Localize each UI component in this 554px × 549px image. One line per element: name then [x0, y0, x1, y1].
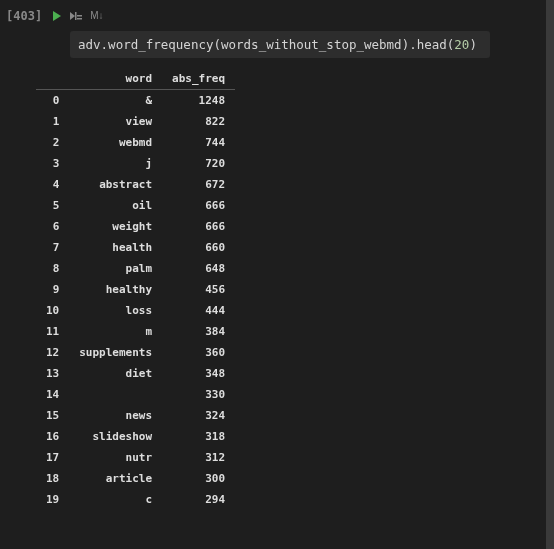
cell-prompt-row: [403] M↓ [0, 0, 546, 27]
row-index: 18 [36, 468, 69, 489]
row-word: oil [69, 195, 162, 216]
code-input[interactable]: adv.word_frequency(words_without_stop_we… [70, 31, 490, 58]
row-index: 1 [36, 111, 69, 132]
row-freq: 672 [162, 174, 235, 195]
row-word: palm [69, 258, 162, 279]
row-freq: 456 [162, 279, 235, 300]
row-freq: 294 [162, 489, 235, 510]
row-index: 17 [36, 447, 69, 468]
run-icon[interactable] [52, 6, 62, 25]
row-word [69, 384, 162, 405]
table-row: 4abstract672 [36, 174, 235, 195]
row-freq: 300 [162, 468, 235, 489]
table-row: 16slideshow318 [36, 426, 235, 447]
table-row: 1view822 [36, 111, 235, 132]
row-word: slideshow [69, 426, 162, 447]
row-index: 5 [36, 195, 69, 216]
row-word: diet [69, 363, 162, 384]
col-index [36, 68, 69, 90]
row-word: abstract [69, 174, 162, 195]
code-token-obj: adv [78, 37, 101, 52]
output-area: word abs_freq 0&12481view8222webmd7443j7… [0, 68, 546, 518]
row-word: webmd [69, 132, 162, 153]
row-freq: 1248 [162, 90, 235, 112]
markdown-toggle-icon[interactable]: M↓ [90, 10, 103, 21]
row-index: 14 [36, 384, 69, 405]
row-word: loss [69, 300, 162, 321]
table-row: 3j720 [36, 153, 235, 174]
row-word: nutr [69, 447, 162, 468]
col-word: word [69, 68, 162, 90]
col-abs-freq: abs_freq [162, 68, 235, 90]
row-freq: 318 [162, 426, 235, 447]
table-row: 12supplements360 [36, 342, 235, 363]
row-word: supplements [69, 342, 162, 363]
row-index: 0 [36, 90, 69, 112]
row-word: m [69, 321, 162, 342]
table-row: 0&1248 [36, 90, 235, 112]
row-word: health [69, 237, 162, 258]
row-index: 19 [36, 489, 69, 510]
run-line-icon[interactable] [70, 6, 82, 25]
row-index: 16 [36, 426, 69, 447]
row-index: 13 [36, 363, 69, 384]
table-header-row: word abs_freq [36, 68, 235, 90]
table-row: 9healthy456 [36, 279, 235, 300]
row-word: & [69, 90, 162, 112]
row-index: 4 [36, 174, 69, 195]
svg-rect-4 [77, 18, 82, 20]
code-token-paren: ( [213, 37, 221, 52]
cell-toolbar: M↓ [52, 6, 103, 25]
code-token-fn: head [417, 37, 447, 52]
row-freq: 822 [162, 111, 235, 132]
row-index: 12 [36, 342, 69, 363]
row-freq: 648 [162, 258, 235, 279]
row-index: 8 [36, 258, 69, 279]
row-index: 15 [36, 405, 69, 426]
table-row: 6weight666 [36, 216, 235, 237]
svg-rect-2 [75, 12, 77, 20]
code-token-num: 20 [454, 37, 469, 52]
row-word: c [69, 489, 162, 510]
row-freq: 312 [162, 447, 235, 468]
table-row: 11m384 [36, 321, 235, 342]
code-token-fn: word_frequency [108, 37, 213, 52]
code-token-arg: words_without_stop_webmd [221, 37, 402, 52]
table-row: 18article300 [36, 468, 235, 489]
row-index: 7 [36, 237, 69, 258]
code-token-dot: . [409, 37, 417, 52]
table-row: 10loss444 [36, 300, 235, 321]
dataframe-table: word abs_freq 0&12481view8222webmd7443j7… [36, 68, 235, 510]
row-freq: 360 [162, 342, 235, 363]
svg-marker-0 [53, 11, 61, 21]
row-freq: 330 [162, 384, 235, 405]
row-index: 11 [36, 321, 69, 342]
table-row: 13diet348 [36, 363, 235, 384]
row-freq: 666 [162, 195, 235, 216]
table-row: 5oil666 [36, 195, 235, 216]
row-freq: 660 [162, 237, 235, 258]
row-freq: 348 [162, 363, 235, 384]
table-row: 8palm648 [36, 258, 235, 279]
row-index: 3 [36, 153, 69, 174]
row-index: 2 [36, 132, 69, 153]
row-word: j [69, 153, 162, 174]
row-freq: 324 [162, 405, 235, 426]
table-row: 7health660 [36, 237, 235, 258]
row-freq: 444 [162, 300, 235, 321]
row-index: 9 [36, 279, 69, 300]
row-index: 10 [36, 300, 69, 321]
row-freq: 384 [162, 321, 235, 342]
row-word: weight [69, 216, 162, 237]
table-row: 2webmd744 [36, 132, 235, 153]
row-freq: 744 [162, 132, 235, 153]
row-freq: 720 [162, 153, 235, 174]
row-index: 6 [36, 216, 69, 237]
svg-marker-1 [70, 12, 75, 20]
table-row: 17nutr312 [36, 447, 235, 468]
table-row: 15news324 [36, 405, 235, 426]
table-row: 19c294 [36, 489, 235, 510]
row-word: view [69, 111, 162, 132]
row-word: article [69, 468, 162, 489]
row-word: news [69, 405, 162, 426]
